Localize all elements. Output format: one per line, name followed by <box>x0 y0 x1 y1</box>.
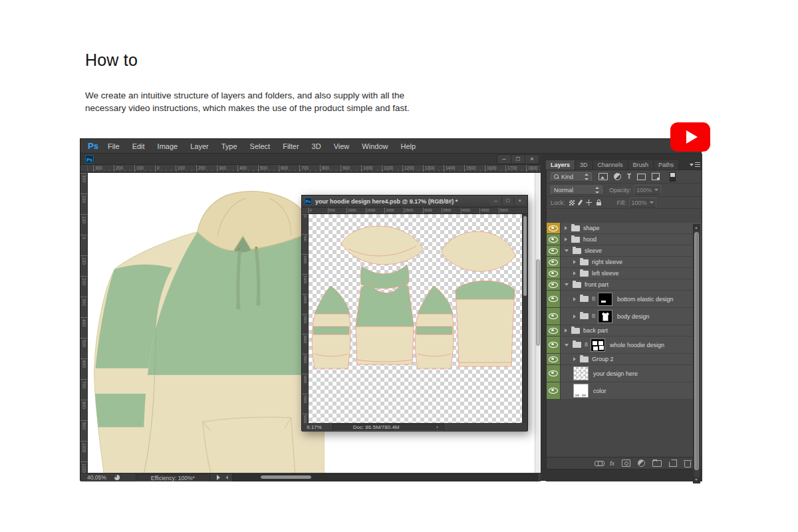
expand-chevron-icon[interactable] <box>573 297 576 301</box>
visibility-toggle[interactable] <box>547 291 561 307</box>
expand-chevron-icon[interactable] <box>565 237 567 241</box>
tab-3d[interactable]: 3D <box>575 160 593 170</box>
status-expand-icon[interactable]: › <box>436 424 438 430</box>
expand-chevron-icon[interactable] <box>565 283 569 286</box>
kind-filter-select[interactable]: Kind <box>551 172 592 182</box>
layer-name[interactable]: color <box>593 388 606 394</box>
expand-chevron-icon[interactable] <box>573 357 576 361</box>
menu-item-window[interactable]: Window <box>362 142 388 150</box>
menu-item-type[interactable]: Type <box>221 142 237 150</box>
layer-name[interactable]: back part <box>583 327 608 334</box>
menu-item-filter[interactable]: Filter <box>283 142 299 150</box>
document-size-indicator[interactable]: Doc: 86.5M/780.4M › <box>332 424 444 431</box>
inner-zoom-level[interactable]: 9.17% <box>307 424 322 430</box>
inner-minimize-button[interactable]: – <box>490 197 501 205</box>
layer-name[interactable]: shape <box>583 225 600 231</box>
layer-style-icon[interactable]: fx <box>610 460 614 467</box>
visibility-toggle[interactable] <box>547 268 561 279</box>
layer-row[interactable]: 8 body design <box>547 308 702 325</box>
layer-row[interactable]: front part <box>547 279 702 291</box>
inner-title-bar[interactable]: Ps your hoodie design here4.psb @ 9.17% … <box>302 196 527 207</box>
document-horizontal-scrollbar[interactable] <box>232 474 538 481</box>
expand-chevron-icon[interactable] <box>565 329 567 332</box>
scrollbar-thumb[interactable] <box>694 232 699 470</box>
visibility-toggle[interactable] <box>547 325 561 336</box>
panel-menu-icon[interactable] <box>690 162 700 168</box>
layer-row[interactable]: 8 bottom elastic design <box>547 291 702 308</box>
layer-row[interactable]: shape <box>547 223 702 234</box>
efficiency-indicator[interactable]: Efficiency: 100%* <box>136 474 210 481</box>
visibility-toggle[interactable] <box>547 365 561 382</box>
mask-thumbnail[interactable] <box>591 338 605 352</box>
scroll-down-icon[interactable] <box>694 477 700 483</box>
layer-row[interactable]: left sleeve <box>547 268 702 279</box>
filter-toggle-icon[interactable] <box>670 172 676 182</box>
visibility-toggle[interactable] <box>547 257 561 267</box>
close-button[interactable]: × <box>525 155 539 164</box>
layer-row[interactable]: color <box>547 382 702 400</box>
layer-name[interactable]: hood <box>583 236 597 243</box>
scroll-up-icon[interactable] <box>694 225 700 231</box>
lock-all-icon[interactable] <box>597 202 601 205</box>
layer-name[interactable]: front part <box>585 281 608 288</box>
add-mask-icon[interactable] <box>622 460 630 467</box>
new-layer-icon[interactable] <box>669 460 677 467</box>
layer-name[interactable]: left sleeve <box>592 270 619 277</box>
lock-transparency-icon[interactable] <box>569 200 575 205</box>
inner-maximize-button[interactable]: □ <box>501 197 513 205</box>
layer-row[interactable]: back part <box>547 325 702 336</box>
inner-canvas[interactable] <box>309 214 522 423</box>
tab-channels[interactable]: Channels <box>593 160 628 170</box>
layer-name[interactable]: body design <box>617 313 650 320</box>
lock-paint-icon[interactable] <box>577 200 583 205</box>
mask-thumbnail[interactable] <box>598 310 612 323</box>
tab-layers[interactable]: Layers <box>546 160 575 170</box>
layer-row[interactable]: hood <box>547 234 702 245</box>
inner-document-window[interactable]: Ps your hoodie design here4.psb @ 9.17% … <box>301 195 528 431</box>
menu-item-view[interactable]: View <box>334 142 350 150</box>
expand-chevron-icon[interactable] <box>565 249 569 252</box>
new-group-icon[interactable] <box>652 460 662 467</box>
mask-thumbnail[interactable] <box>598 293 612 306</box>
visibility-toggle[interactable] <box>547 382 561 399</box>
visibility-toggle[interactable] <box>547 279 561 290</box>
menu-item-file[interactable]: File <box>108 142 120 150</box>
layer-name[interactable]: Group 2 <box>592 356 614 362</box>
panel-scrollbar[interactable] <box>693 224 700 483</box>
menu-item-select[interactable]: Select <box>250 142 271 150</box>
layer-row[interactable]: Group 2 <box>547 354 702 365</box>
menu-item-3d[interactable]: 3D <box>312 142 321 150</box>
expand-chevron-icon[interactable] <box>565 344 569 346</box>
minimize-button[interactable]: – <box>497 155 511 164</box>
layer-thumbnail[interactable] <box>573 366 589 380</box>
zoom-level[interactable]: 40,05% <box>87 474 106 481</box>
expand-chevron-icon[interactable] <box>573 260 576 264</box>
delete-layer-icon[interactable] <box>684 462 691 467</box>
fill-value[interactable]: 100% <box>629 198 656 207</box>
layer-name[interactable]: whole hoodie design <box>610 342 664 348</box>
menu-item-help[interactable]: Help <box>400 142 416 150</box>
layer-thumbnail[interactable] <box>573 384 589 398</box>
visibility-toggle[interactable] <box>547 308 561 325</box>
visibility-toggle[interactable] <box>547 223 561 233</box>
expand-chevron-icon[interactable] <box>573 315 576 319</box>
visibility-toggle[interactable] <box>547 234 561 245</box>
filter-shape-layers-icon[interactable] <box>637 174 646 180</box>
tab-brush[interactable]: Brush <box>628 160 654 170</box>
layer-row[interactable]: your design here <box>547 365 702 382</box>
layer-name[interactable]: bottom elastic design <box>617 296 674 303</box>
new-adjustment-layer-icon[interactable] <box>638 460 645 467</box>
visibility-toggle[interactable] <box>547 245 561 256</box>
inner-close-button[interactable]: × <box>513 197 525 205</box>
scroll-left-icon[interactable] <box>225 475 228 479</box>
inner-vertical-scrollbar[interactable] <box>522 214 527 423</box>
expand-chevron-icon[interactable] <box>573 271 576 275</box>
menu-item-image[interactable]: Image <box>158 142 178 150</box>
layer-name[interactable]: right sleeve <box>592 259 622 265</box>
filter-type-layers-icon[interactable]: T <box>627 174 631 180</box>
document-vertical-scrollbar[interactable] <box>535 173 541 473</box>
visibility-toggle[interactable] <box>547 336 561 353</box>
layer-name[interactable]: your design here <box>593 370 638 377</box>
visibility-toggle[interactable] <box>547 354 561 364</box>
layer-row[interactable]: 8 whole hoodie design <box>547 336 702 354</box>
